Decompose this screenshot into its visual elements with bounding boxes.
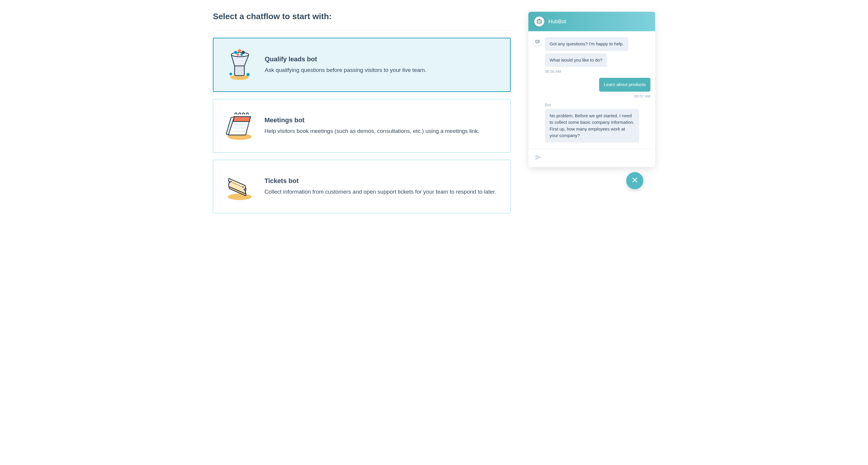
card-title: Qualify leads bot <box>265 56 501 63</box>
bot-avatar-icon <box>534 16 544 27</box>
svg-point-16 <box>242 187 244 188</box>
bot-message: What would you like to do? <box>545 53 607 67</box>
chatflow-card-tickets[interactable]: Tickets bot Collect information from cus… <box>213 160 511 213</box>
svg-point-23 <box>536 41 537 42</box>
svg-point-5 <box>237 53 239 56</box>
card-title: Tickets bot <box>265 177 501 185</box>
chatflow-card-qualify-leads[interactable]: Qualify leads bot Ask qualifying questio… <box>213 38 511 92</box>
chat-header-title: HubBot <box>549 19 566 25</box>
chat-preview-panel: HubBot Got any questions? I'm happy to h… <box>528 12 655 167</box>
chat-message-list: Got any questions? I'm happy to help. Wh… <box>528 31 655 148</box>
calendar-icon <box>222 108 257 143</box>
bot-message: Got any questions? I'm happy to help. <box>545 37 628 51</box>
bot-message: No problem. Before we get started, I nee… <box>545 109 639 143</box>
ticket-icon <box>222 169 257 204</box>
bot-avatar-icon <box>533 37 542 46</box>
card-description: Collect information from customers and o… <box>265 188 501 196</box>
svg-point-13 <box>228 194 252 200</box>
card-description: Help visitors book meetings (such as dem… <box>265 127 501 136</box>
svg-point-1 <box>231 53 249 57</box>
message-timestamp: 08:57 AM <box>533 94 650 98</box>
chat-input-area[interactable] <box>528 148 655 167</box>
svg-point-2 <box>234 51 237 54</box>
funnel-icon <box>222 47 258 82</box>
user-message: Learn about products <box>599 78 650 92</box>
svg-point-21 <box>539 19 540 20</box>
svg-point-19 <box>539 21 540 22</box>
svg-point-6 <box>240 53 243 56</box>
svg-point-7 <box>247 73 250 76</box>
svg-point-8 <box>229 73 232 75</box>
close-chat-button[interactable] <box>626 172 643 189</box>
card-description: Ask qualifying questions before passing … <box>265 66 501 74</box>
svg-point-18 <box>538 21 539 22</box>
chat-header: HubBot <box>528 12 655 31</box>
svg-rect-17 <box>537 20 541 23</box>
svg-point-15 <box>230 181 232 182</box>
page-title: Select a chatflow to start with: <box>213 12 511 21</box>
svg-rect-22 <box>536 40 539 43</box>
svg-point-3 <box>238 49 241 53</box>
message-timestamp: 08:56 AM <box>545 69 650 74</box>
send-icon[interactable] <box>535 154 541 162</box>
chatflow-options-list: Qualify leads bot Ask qualifying questio… <box>213 30 511 213</box>
svg-point-24 <box>538 41 538 42</box>
chatflow-card-meetings[interactable]: Meetings bot Help visitors book meetings… <box>213 99 511 153</box>
close-icon <box>631 176 639 185</box>
message-sender-label: Bot <box>545 103 650 107</box>
card-title: Meetings bot <box>265 117 501 124</box>
